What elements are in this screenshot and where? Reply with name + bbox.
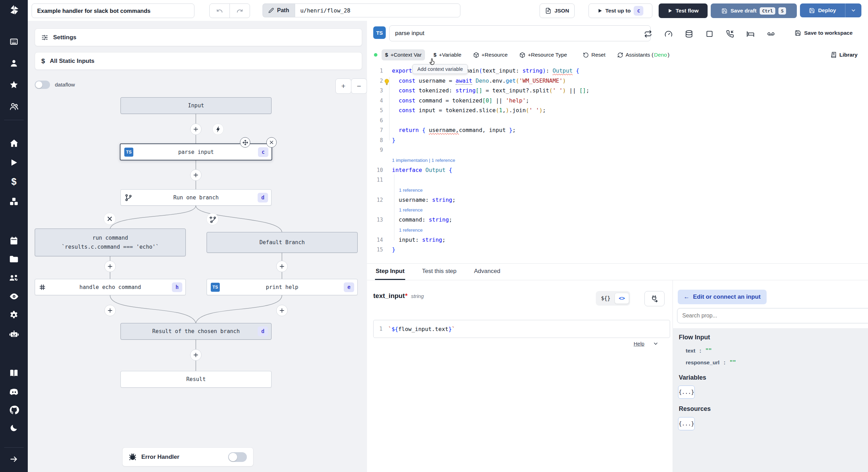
add-resource-type-button[interactable]: +Resource Type [516, 49, 570, 60]
flow-node-run-one-branch[interactable]: Run one branch d [120, 189, 272, 206]
help-link[interactable]: Help [634, 341, 644, 347]
path-chip[interactable]: Path [262, 3, 295, 17]
move-step-button[interactable] [240, 137, 250, 148]
mock-voicemail-icon[interactable] [767, 30, 775, 38]
cache-database-icon[interactable] [685, 30, 693, 38]
code-line[interactable]: 8} [367, 135, 868, 146]
code-line[interactable]: 10interface Output { [367, 165, 868, 175]
undo-button[interactable] [209, 3, 230, 18]
windmill-logo[interactable] [0, 3, 28, 17]
code-lens-link[interactable]: 1 reference [367, 225, 868, 235]
flow-node-branch-condition[interactable]: run command `results.c.command === 'echo… [35, 229, 186, 256]
expr-mode-button[interactable]: ${} [597, 295, 615, 301]
dark-mode-moon-icon[interactable] [0, 421, 28, 435]
tab-step-input[interactable]: Step Input [375, 264, 405, 280]
github-icon[interactable] [0, 403, 28, 417]
deploy-button[interactable]: Deploy [800, 7, 845, 14]
code-mode-button[interactable]: <> [615, 293, 629, 304]
remove-branch-button[interactable] [104, 213, 116, 225]
flow-node-default-branch[interactable]: Default Branch [207, 232, 358, 253]
add-step-button[interactable] [190, 169, 201, 181]
concurrency-square-icon[interactable] [706, 30, 713, 38]
tab-test-this-step[interactable]: Test this step [422, 264, 457, 279]
add-step-button[interactable] [105, 305, 116, 316]
workers-robot-icon[interactable] [0, 327, 28, 341]
flow-node-branch-result[interactable]: Result of the chosen branch d [120, 323, 272, 340]
field-expression-editor[interactable]: 1 `${flow_input.text}` [373, 320, 670, 338]
audit-eye-icon[interactable] [0, 289, 28, 303]
code-line[interactable]: 15} [367, 245, 868, 255]
home-icon[interactable] [0, 136, 28, 150]
flow-node-print-help[interactable]: TS print help e [207, 279, 358, 295]
flow-node-input[interactable]: Input [120, 97, 272, 114]
step-name-input[interactable]: parse input [389, 25, 651, 41]
code-line[interactable]: 11 [367, 175, 868, 185]
delete-step-button[interactable] [266, 137, 277, 148]
flow-node-parse-input[interactable]: TS parse input c [120, 143, 272, 160]
folders-icon[interactable] [0, 252, 28, 266]
discord-icon[interactable] [0, 385, 28, 399]
code-lens-link[interactable]: 1 reference [367, 205, 868, 215]
chevron-down-icon[interactable] [653, 341, 659, 347]
error-handler-row[interactable]: Error Handler [122, 447, 253, 466]
lightbulb-icon[interactable] [383, 78, 390, 85]
add-step-button[interactable] [276, 261, 287, 272]
add-branch-button[interactable] [207, 213, 218, 225]
groups-icon[interactable] [0, 271, 28, 284]
code-line[interactable]: 3 const tokenized: string[] = text_input… [367, 86, 868, 96]
prop-row-text[interactable]: text : "" [686, 348, 712, 354]
code-line[interactable]: 4 const command = tokenized[0] || 'help'… [367, 96, 868, 106]
add-step-button[interactable] [276, 305, 287, 316]
add-step-button[interactable] [105, 261, 116, 272]
code-lens-link[interactable]: 1 implementation | 1 reference [367, 155, 868, 165]
search-prop-input[interactable] [677, 308, 868, 323]
reset-button[interactable]: Reset [579, 49, 609, 60]
retries-icon[interactable] [644, 30, 652, 38]
code-line[interactable]: 13 command: string; [367, 215, 868, 225]
variables-dollar-icon[interactable]: $ [0, 175, 28, 189]
add-step-button[interactable] [190, 124, 201, 135]
code-line[interactable]: 7 return { username,command, input }; [367, 125, 868, 135]
connect-input-button[interactable] [644, 291, 665, 306]
redo-button[interactable] [229, 3, 250, 18]
code-line[interactable]: 6 [367, 116, 868, 126]
code-line[interactable]: 5 const input = tokenized.slice(1,).join… [367, 106, 868, 116]
code-line[interactable]: 12 username: string; [367, 195, 868, 205]
code-line[interactable]: 9 [367, 145, 868, 155]
schedules-calendar-icon[interactable] [0, 234, 28, 248]
expand-sidebar-arrow-icon[interactable] [0, 452, 28, 466]
path-input[interactable]: u/henri/flow_28 [295, 3, 460, 17]
test-up-to-button[interactable]: Test up to c [589, 3, 652, 18]
code-line[interactable]: 14 input: string; [367, 235, 868, 245]
docs-book-icon[interactable] [0, 366, 28, 380]
flow-node-result[interactable]: Result [120, 371, 272, 388]
favorites-star-icon[interactable] [0, 78, 28, 92]
resources-expand-chip[interactable]: {...} [678, 417, 695, 430]
code-line[interactable]: 2 const username = await Deno.env.get('W… [367, 76, 868, 86]
settings-gear-icon[interactable] [0, 308, 28, 322]
variables-expand-chip[interactable]: {...} [678, 386, 695, 399]
flow-title-input[interactable]: Example handler for slack bot commands [32, 3, 194, 18]
library-button[interactable]: Library [827, 49, 861, 60]
edit-or-connect-button[interactable]: ← Edit or connect an input [678, 290, 767, 304]
save-to-workspace-button[interactable]: Save to workspace [795, 30, 853, 36]
add-context-var-button[interactable]: $+Context Var [382, 49, 425, 60]
code-editor[interactable]: 1export async function main(text_input: … [367, 66, 868, 255]
apps-icon[interactable] [0, 35, 28, 49]
json-button[interactable]: JSON [540, 3, 575, 18]
code-lens-link[interactable]: 1 reference [367, 185, 868, 195]
runs-play-icon[interactable] [0, 156, 28, 169]
tab-advanced[interactable]: Advanced [473, 264, 501, 279]
prop-row-response-url[interactable]: response_url : "" [686, 359, 736, 366]
trigger-bolt-button[interactable] [212, 124, 224, 135]
add-step-button[interactable] [190, 349, 201, 361]
test-flow-button[interactable]: Test flow [659, 3, 708, 18]
early-stop-gauge-icon[interactable] [665, 30, 673, 38]
flow-node-handle-echo-command[interactable]: handle echo command h [35, 279, 186, 295]
error-handler-toggle[interactable] [228, 452, 247, 462]
resources-boxes-icon[interactable] [0, 194, 28, 208]
assistants-button[interactable]: Assistants (Deno) [614, 49, 673, 60]
save-draft-button[interactable]: Save draft Ctrl S [711, 3, 797, 18]
deploy-dropdown-button[interactable] [845, 8, 861, 13]
suspend-phone-icon[interactable] [726, 30, 734, 38]
